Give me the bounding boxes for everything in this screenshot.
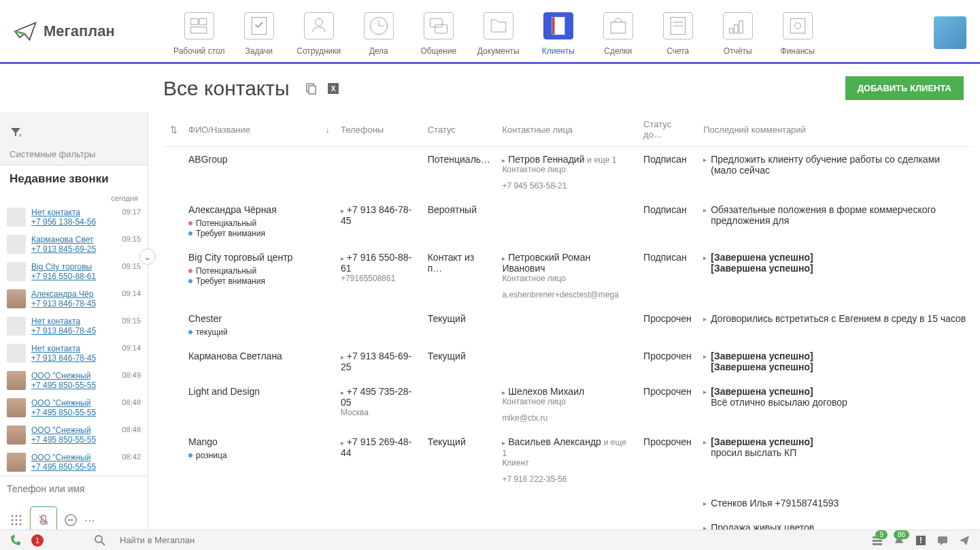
status-cell: Текущий: [422, 430, 497, 491]
svg-point-34: [16, 523, 18, 525]
add-client-button[interactable]: ДОБАВИТЬ КЛИЕНТА: [845, 76, 964, 100]
call-name[interactable]: Нет контакта: [31, 208, 116, 217]
more-icon[interactable]: ⋯: [84, 514, 95, 527]
comment-cell: ▸Договорились встретиться с Евгением в с…: [698, 306, 973, 344]
call-avatar: [7, 262, 26, 281]
col-header[interactable]: Статус: [422, 112, 497, 147]
checklist-icon[interactable]: 9: [871, 534, 883, 547]
table-row[interactable]: Mangoрозница▸ +7 915 269-48-44Текущий▸ В…: [165, 430, 973, 491]
nav-Счета[interactable]: Счета: [648, 0, 708, 56]
call-name[interactable]: Big City торговы: [31, 262, 116, 272]
call-item[interactable]: ООО "Снежный+7 495 850-55-5508:49: [0, 367, 148, 394]
col-header[interactable]: Контактные лица: [496, 112, 638, 147]
call-item[interactable]: Карманова Свет+7 913 845-69-2509:15: [0, 231, 148, 258]
col-header[interactable]: Телефоны: [335, 112, 422, 147]
phone-icon[interactable]: [10, 534, 22, 547]
call-avatar: [7, 317, 26, 336]
call-phone[interactable]: +7 495 850-55-55: [31, 435, 116, 444]
call-item[interactable]: Big City торговы+7 916 550-88-6109:15: [0, 258, 148, 285]
phone-cell: ▸ +7 916 550-88-61+79165508861: [335, 245, 422, 306]
call-phone[interactable]: +7 956 138-54-56: [31, 217, 116, 227]
logo[interactable]: Мегаплан: [14, 19, 115, 44]
table-row[interactable]: ChesterтекущийТекущийПросрочен▸Договорил…: [165, 306, 973, 344]
call-item[interactable]: ООО "Снежный+7 495 850-55-5508:48: [0, 394, 148, 421]
call-name[interactable]: Карманова Свет: [31, 235, 116, 244]
col-header[interactable]: Последний комментарий: [698, 112, 973, 147]
copy-icon[interactable]: [303, 82, 317, 95]
warning-icon[interactable]: !: [915, 534, 927, 547]
nav-icon: [304, 12, 334, 39]
nav-Дела[interactable]: Дела: [349, 0, 409, 56]
call-name[interactable]: Александра Чёр: [31, 289, 116, 299]
user-avatar[interactable]: [934, 16, 966, 49]
nav-Отчёты[interactable]: Отчёты: [708, 0, 768, 56]
table-row[interactable]: Light and Design▸ +7 495 735-28-05Москва…: [165, 379, 973, 430]
settings-col-icon[interactable]: ⇅: [165, 112, 183, 147]
nav-Сделки[interactable]: Сделки: [588, 0, 648, 56]
nav-Рабочий стол[interactable]: Рабочий стол: [169, 0, 229, 56]
call-item[interactable]: Нет контакта+7 956 138-54-5609:17: [0, 204, 148, 231]
call-phone[interactable]: +7 916 550-88-61: [31, 272, 116, 281]
phone-input[interactable]: [0, 476, 148, 501]
contact-cell: [496, 197, 638, 245]
paper-plane-icon: [14, 19, 38, 44]
call-time: 08:42: [122, 453, 141, 461]
call-item[interactable]: Нет контакта+7 913 846-78-4509:15: [0, 312, 148, 340]
call-avatar: [7, 425, 26, 444]
send-icon[interactable]: [958, 534, 970, 547]
contact-cell: ▸ Васильев Александр и еще 1Клиент+7 916…: [496, 430, 638, 491]
call-phone[interactable]: +7 913 846-78-45: [31, 353, 116, 363]
svg-point-40: [95, 536, 102, 543]
call-phone[interactable]: +7 495 850-55-55: [31, 462, 116, 472]
nav-icon: [663, 12, 693, 39]
call-phone[interactable]: +7 913 845-69-25: [31, 244, 116, 254]
call-time: 08:48: [122, 425, 141, 434]
call-phone[interactable]: +7 495 850-55-55: [31, 381, 116, 390]
call-name[interactable]: Нет контакта: [31, 344, 116, 353]
search-icon[interactable]: [94, 534, 106, 547]
nav-Задачи[interactable]: Задачи: [229, 0, 289, 56]
call-name[interactable]: ООО "Снежный: [31, 371, 116, 381]
call-item[interactable]: Нет контакта+7 913 846-78-4509:14: [0, 340, 148, 367]
dstatus-cell: Подписан: [638, 245, 698, 306]
svg-point-21: [794, 23, 800, 29]
col-header[interactable]: Статус до…: [638, 112, 698, 147]
nav-label: Финансы: [781, 46, 815, 56]
global-search-input[interactable]: [116, 531, 862, 549]
call-name[interactable]: ООО "Снежный: [31, 398, 116, 408]
call-name[interactable]: ООО "Снежный: [31, 453, 116, 462]
call-name[interactable]: Нет контакта: [31, 317, 116, 326]
call-phone[interactable]: +7 913 846-78-45: [31, 326, 116, 336]
call-phone[interactable]: +7 913 846-78-45: [31, 299, 116, 308]
dialpad-icon[interactable]: [10, 513, 23, 527]
nav-Финансы[interactable]: Финансы: [768, 0, 828, 56]
call-time: 09:15: [122, 262, 141, 270]
filter-icon[interactable]: x: [0, 120, 148, 144]
svg-rect-18: [734, 25, 737, 33]
table-row[interactable]: ▸Стенков Илья +79158741593: [165, 491, 973, 515]
table-row[interactable]: ABGroupПотенциаль…▸ Петров Геннадий и ещ…: [165, 147, 973, 198]
nav-Документы[interactable]: Документы: [469, 0, 528, 56]
table-row[interactable]: Карманова Светлана▸ +7 913 845-69-25Теку…: [165, 344, 973, 379]
tag: Потенциальный: [188, 219, 256, 228]
call-name[interactable]: ООО "Снежный: [31, 425, 116, 435]
call-phone[interactable]: +7 495 850-55-55: [31, 408, 116, 417]
table-row[interactable]: Big City торговый центрПотенциальныйТреб…: [165, 245, 973, 306]
call-item[interactable]: Александра Чёр+7 913 846-78-4509:14: [0, 285, 148, 312]
phone-cell: [335, 306, 422, 344]
excel-icon[interactable]: X: [326, 82, 340, 95]
table-row[interactable]: Александра ЧёрнаяПотенциальныйТребует вн…: [165, 197, 973, 245]
svg-text:x: x: [19, 132, 22, 138]
call-item[interactable]: ООО "Снежный+7 495 850-55-5508:42: [0, 449, 148, 476]
minus-icon[interactable]: [64, 513, 78, 527]
dstatus-cell: Просрочен: [638, 379, 698, 430]
system-filters-label[interactable]: Системные фильтры: [0, 144, 148, 165]
collapse-sidebar-button[interactable]: ⌄: [139, 248, 156, 265]
bell-icon[interactable]: 86: [893, 534, 905, 547]
nav-Сотрудники[interactable]: Сотрудники: [289, 0, 349, 56]
nav-Общение[interactable]: Общение: [409, 0, 469, 56]
nav-Клиенты[interactable]: Клиенты: [528, 0, 588, 56]
chat-icon[interactable]: [936, 534, 949, 547]
call-item[interactable]: ООО "Снежный+7 495 850-55-5508:48: [0, 421, 148, 449]
col-header[interactable]: ФИО/Название ↓: [183, 112, 335, 147]
